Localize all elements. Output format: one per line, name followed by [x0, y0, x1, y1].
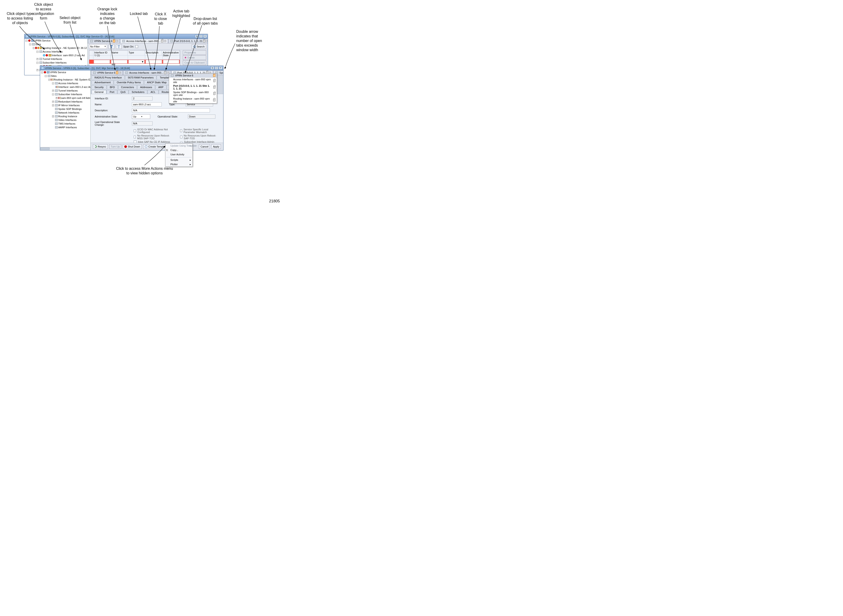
tree-aarp[interactable]: AARP Interfaces	[58, 126, 77, 129]
dropdown-item[interactable]: Routing Instance - sam-993 vprn site	[169, 97, 217, 103]
tree-routing-instance[interactable]: Routing Instance - NE System ID: 38.12	[42, 47, 87, 49]
tree-subscriber[interactable]: Subscriber Interfaces	[43, 61, 66, 64]
filter-combo[interactable]: No Filter▼	[89, 44, 107, 49]
tab-vprn-service[interactable]: VPRN Service 6×	[91, 70, 123, 75]
inner-tab[interactable]: Override Policy Items	[114, 80, 144, 84]
expand-icon[interactable]: −	[37, 51, 38, 53]
expand-icon[interactable]: −	[52, 93, 54, 95]
dropdown-item-active[interactable]: Port 2/1/3-0-0, 1. 1. 1. 21 Site 1. 1. 1…	[169, 84, 217, 90]
close-button[interactable]: ✕	[203, 35, 207, 38]
input-description[interactable]	[132, 108, 210, 112]
resync-button[interactable]: Resync	[93, 144, 108, 149]
checkbox[interactable]	[134, 136, 136, 138]
tree-tms[interactable]: TMS Interfaces	[58, 122, 75, 125]
inner-tab[interactable]: ACL	[148, 90, 158, 94]
tree-pane-front[interactable]: −VPRN Service −Sites −Routing Instance -…	[40, 70, 91, 150]
cancel-button[interactable]: Cancel	[199, 144, 210, 149]
tree-video[interactable]: Video Interfaces	[58, 119, 76, 121]
tab-access-interfaces[interactable]: Access Interfaces - sam-993...×	[120, 39, 168, 43]
more-actions-menu[interactable]: Update Using Template ⎘Copy... User Acti…	[165, 144, 193, 167]
tree-routing-instance[interactable]: Routing Instance - NE System ID: 38.12	[54, 78, 90, 81]
tree-sites[interactable]: Sites	[51, 75, 56, 77]
inner-tab[interactable]: RADIUS Proxy Interface	[91, 75, 125, 79]
span-on-checkbox[interactable]	[135, 45, 138, 48]
close-icon[interactable]: ×	[206, 40, 208, 42]
column-header[interactable]: Description	[145, 50, 162, 55]
tab-access-interfaces[interactable]: Access Interfaces - sam-993...×	[123, 70, 171, 75]
inner-tab[interactable]: Port	[107, 90, 117, 94]
inner-tab[interactable]: General	[91, 90, 106, 94]
shut-down-button[interactable]: Shut Down	[123, 144, 142, 149]
tree-interface-leaf[interactable]: Interface: sam-993 L3 acc Ad	[59, 85, 90, 88]
expand-icon[interactable]: +	[52, 104, 54, 106]
inner-tab[interactable]: Connectors	[118, 85, 137, 89]
expand-icon[interactable]: −	[48, 79, 50, 81]
tree-ip-mirror[interactable]: IP Mirror Interfaces	[58, 104, 79, 107]
close-button[interactable]: ✕	[219, 66, 223, 69]
open-tabs-dropdown[interactable]: VPRN Service 6 Access Interfaces - sam-9…	[169, 73, 217, 103]
search-button[interactable]: Search	[192, 44, 206, 49]
filter-button[interactable]	[108, 44, 114, 49]
expand-icon[interactable]: −	[25, 40, 28, 42]
expand-icon[interactable]: −	[29, 43, 31, 45]
dropdown-item[interactable]: Spoke SDP Bindings - sam-993 vprn site	[169, 90, 217, 97]
maximize-button[interactable]: ☐	[215, 66, 218, 69]
close-icon[interactable]: ×	[119, 72, 121, 74]
column-header[interactable]: Administrative State	[162, 50, 180, 55]
tree-tunnel[interactable]: Tunnel Interfaces	[43, 57, 62, 60]
maximize-button[interactable]: ☐	[199, 35, 203, 38]
dropdown-item[interactable]: VPRN Service 6	[169, 74, 217, 78]
restore-button[interactable]: ⧉	[211, 66, 214, 69]
inner-tab[interactable]: Advertisement	[91, 80, 114, 84]
input-name[interactable]	[132, 102, 162, 106]
inner-tab[interactable]: Addresses	[137, 85, 155, 89]
tab-port[interactable]: Port 2/1/3-0-0, 1. 1. 1. 21×	[169, 39, 208, 43]
expand-icon[interactable]: −	[37, 62, 38, 64]
inner-tab[interactable]: Schedulers	[129, 90, 147, 94]
back-window-titlebar[interactable]: VPRN Service - VPRN 6 [6], Subscriber - …	[25, 34, 208, 39]
expand-icon[interactable]: +	[52, 101, 54, 103]
inner-tab[interactable]: BFD	[107, 85, 118, 89]
tree-sites[interactable]: Sites	[35, 43, 41, 45]
inner-tab[interactable]: QoS	[117, 90, 129, 94]
expand-icon[interactable]: +	[37, 69, 38, 71]
tree-root[interactable]: VPRN Service	[34, 39, 50, 42]
menu-scripts[interactable]: Scripts	[166, 158, 192, 162]
restore-button[interactable]: ⧉	[195, 35, 199, 38]
expand-icon[interactable]: −	[33, 47, 34, 49]
column-header[interactable]: Type	[128, 50, 145, 55]
tree-access-interfaces[interactable]: Access Interfaces	[58, 82, 78, 85]
tree-interface-leaf[interactable]: Interface: sam-993 L3 acc Ad	[52, 54, 85, 57]
expand-icon[interactable]: +	[56, 97, 57, 99]
tree-spoke-sdp[interactable]: Spoke SDP Bindings	[58, 108, 82, 110]
menu-user-activity[interactable]: User Activity	[166, 153, 192, 157]
checkbox[interactable]	[134, 129, 136, 132]
h-scrollbar[interactable]	[40, 147, 90, 150]
front-window-titlebar[interactable]: VPRN Service - VPRN 6 [6], Subscriber - …	[40, 66, 223, 70]
clear-filter-button[interactable]	[116, 44, 122, 49]
close-icon[interactable]: ×	[164, 40, 166, 42]
expand-icon[interactable]: +	[52, 115, 54, 117]
tree-redundant[interactable]: Redundant Interfaces	[58, 100, 82, 103]
checkbox[interactable]	[180, 136, 182, 138]
tree-sub-leaf[interactable]: sam-993 vprn sub intf Admin S	[61, 97, 90, 99]
tree-network-ifc[interactable]: Network Interfaces	[58, 111, 79, 114]
create-template-button[interactable]: Create Template	[143, 144, 169, 149]
inner-tab[interactable]: ANCP Static Map	[144, 80, 170, 84]
inner-tab[interactable]: 5670 RAM Parameters	[125, 75, 157, 79]
expand-icon[interactable]: +	[37, 58, 38, 60]
menu-copy[interactable]: ⎘Copy...	[166, 148, 192, 153]
dropdown-item[interactable]: Access Interfaces - sam-993 vprn site	[169, 78, 217, 84]
checkbox[interactable]	[180, 129, 182, 132]
combo-admin-state[interactable]: Up▼	[132, 114, 150, 119]
expand-icon[interactable]: +	[52, 90, 54, 92]
tree-access-interfaces[interactable]: Access Interfaces	[43, 50, 63, 53]
tab-vprn-service[interactable]: VPRN Service 6×	[88, 39, 120, 43]
inner-tab[interactable]: Security	[91, 85, 107, 89]
expand-icon[interactable]: −	[52, 82, 54, 84]
column-header[interactable]: Interface ID ▽ (1)	[93, 50, 111, 55]
column-header[interactable]: Name	[111, 50, 128, 55]
tree-tunnel[interactable]: Tunnel Interfaces	[58, 89, 78, 92]
menu-plotter[interactable]: Plotter	[166, 162, 192, 167]
tree-routing-inst2[interactable]: Routing Instance	[58, 115, 77, 118]
